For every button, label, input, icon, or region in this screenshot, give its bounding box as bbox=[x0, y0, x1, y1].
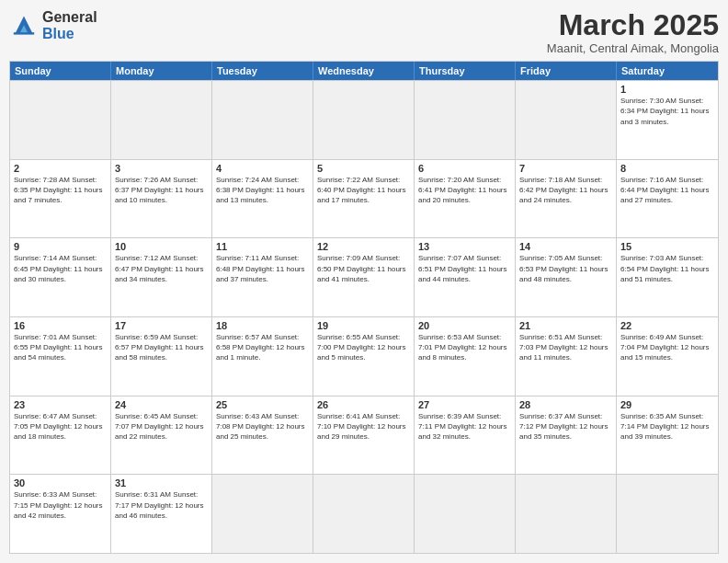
calendar-row-0: 1Sunrise: 7:30 AM Sunset: 6:34 PM Daylig… bbox=[10, 80, 718, 159]
day-number: 14 bbox=[519, 241, 612, 252]
cal-cell-r4-c1: 24Sunrise: 6:45 AM Sunset: 7:07 PM Dayli… bbox=[111, 396, 212, 475]
logo-general: General bbox=[42, 9, 97, 25]
title-area: March 2025 Maanit, Central Aimak, Mongol… bbox=[547, 9, 719, 55]
calendar-row-4: 23Sunrise: 6:47 AM Sunset: 7:05 PM Dayli… bbox=[10, 396, 718, 475]
day-info: Sunrise: 6:31 AM Sunset: 7:17 PM Dayligh… bbox=[115, 489, 208, 521]
day-number: 4 bbox=[216, 163, 309, 174]
day-info: Sunrise: 7:05 AM Sunset: 6:53 PM Dayligh… bbox=[519, 253, 612, 284]
day-number: 30 bbox=[14, 477, 107, 488]
calendar-row-3: 16Sunrise: 7:01 AM Sunset: 6:55 PM Dayli… bbox=[10, 316, 718, 396]
header-tuesday: Tuesday bbox=[212, 62, 313, 80]
cal-cell-r4-c3: 26Sunrise: 6:41 AM Sunset: 7:10 PM Dayli… bbox=[313, 396, 415, 475]
day-info: Sunrise: 7:09 AM Sunset: 6:50 PM Dayligh… bbox=[317, 253, 410, 284]
cal-cell-r1-c3: 5Sunrise: 7:22 AM Sunset: 6:40 PM Daylig… bbox=[313, 160, 415, 238]
logo-icon bbox=[9, 13, 39, 39]
day-info: Sunrise: 7:07 AM Sunset: 6:51 PM Dayligh… bbox=[418, 253, 511, 284]
day-number: 3 bbox=[115, 163, 208, 174]
cal-cell-r2-c6: 15Sunrise: 7:03 AM Sunset: 6:54 PM Dayli… bbox=[617, 238, 718, 316]
header-saturday: Saturday bbox=[617, 62, 718, 80]
day-number: 10 bbox=[115, 241, 208, 252]
day-number: 26 bbox=[317, 399, 410, 410]
day-info: Sunrise: 7:11 AM Sunset: 6:48 PM Dayligh… bbox=[216, 253, 309, 284]
cal-cell-r1-c2: 4Sunrise: 7:24 AM Sunset: 6:38 PM Daylig… bbox=[212, 160, 313, 238]
day-info: Sunrise: 6:45 AM Sunset: 7:07 PM Dayligh… bbox=[115, 411, 208, 442]
cal-cell-r0-c6: 1Sunrise: 7:30 AM Sunset: 6:34 PM Daylig… bbox=[617, 81, 718, 159]
logo-blue: Blue bbox=[42, 26, 74, 41]
day-info: Sunrise: 6:49 AM Sunset: 7:04 PM Dayligh… bbox=[620, 332, 714, 363]
day-number: 25 bbox=[216, 399, 309, 410]
day-number: 21 bbox=[519, 320, 612, 331]
cal-cell-r0-c3 bbox=[313, 81, 415, 159]
cal-cell-r0-c4 bbox=[415, 81, 516, 159]
day-number: 2 bbox=[14, 163, 107, 174]
cal-cell-r5-c5 bbox=[516, 475, 617, 553]
day-info: Sunrise: 6:39 AM Sunset: 7:11 PM Dayligh… bbox=[418, 411, 511, 442]
cal-cell-r4-c4: 27Sunrise: 6:39 AM Sunset: 7:11 PM Dayli… bbox=[415, 396, 516, 475]
cal-cell-r3-c4: 20Sunrise: 6:53 AM Sunset: 7:01 PM Dayli… bbox=[415, 317, 516, 396]
cal-cell-r5-c2 bbox=[212, 475, 313, 553]
cal-cell-r3-c0: 16Sunrise: 7:01 AM Sunset: 6:55 PM Dayli… bbox=[10, 317, 111, 396]
cal-cell-r1-c5: 7Sunrise: 7:18 AM Sunset: 6:42 PM Daylig… bbox=[516, 160, 617, 238]
header-thursday: Thursday bbox=[415, 62, 516, 80]
day-info: Sunrise: 7:16 AM Sunset: 6:44 PM Dayligh… bbox=[620, 175, 714, 206]
day-info: Sunrise: 7:03 AM Sunset: 6:54 PM Dayligh… bbox=[620, 253, 714, 284]
cal-cell-r3-c3: 19Sunrise: 6:55 AM Sunset: 7:00 PM Dayli… bbox=[313, 317, 415, 396]
logo: General Blue bbox=[9, 9, 97, 41]
cal-cell-r0-c2 bbox=[212, 81, 313, 159]
cal-cell-r1-c1: 3Sunrise: 7:26 AM Sunset: 6:37 PM Daylig… bbox=[111, 160, 212, 238]
day-number: 24 bbox=[115, 399, 208, 410]
day-info: Sunrise: 7:18 AM Sunset: 6:42 PM Dayligh… bbox=[519, 175, 612, 206]
day-number: 22 bbox=[620, 320, 714, 331]
cal-cell-r3-c5: 21Sunrise: 6:51 AM Sunset: 7:03 PM Dayli… bbox=[516, 317, 617, 396]
day-info: Sunrise: 6:43 AM Sunset: 7:08 PM Dayligh… bbox=[216, 411, 309, 442]
cal-cell-r1-c4: 6Sunrise: 7:20 AM Sunset: 6:41 PM Daylig… bbox=[415, 160, 516, 238]
cal-cell-r5-c4 bbox=[415, 475, 516, 553]
header: General Blue March 2025 Maanit, Central … bbox=[9, 9, 719, 55]
cal-cell-r0-c5 bbox=[516, 81, 617, 159]
day-info: Sunrise: 6:55 AM Sunset: 7:00 PM Dayligh… bbox=[317, 332, 410, 363]
calendar: Sunday Monday Tuesday Wednesday Thursday… bbox=[9, 61, 719, 554]
day-number: 27 bbox=[418, 399, 511, 410]
cal-cell-r3-c2: 18Sunrise: 6:57 AM Sunset: 6:58 PM Dayli… bbox=[212, 317, 313, 396]
cal-cell-r5-c0: 30Sunrise: 6:33 AM Sunset: 7:15 PM Dayli… bbox=[10, 475, 111, 553]
day-number: 18 bbox=[216, 320, 309, 331]
day-number: 20 bbox=[418, 320, 511, 331]
day-number: 8 bbox=[620, 163, 714, 174]
cal-cell-r4-c5: 28Sunrise: 6:37 AM Sunset: 7:12 PM Dayli… bbox=[516, 396, 617, 475]
cal-cell-r5-c6 bbox=[617, 475, 718, 553]
cal-cell-r2-c1: 10Sunrise: 7:12 AM Sunset: 6:47 PM Dayli… bbox=[111, 238, 212, 316]
day-number: 6 bbox=[418, 163, 511, 174]
day-info: Sunrise: 6:35 AM Sunset: 7:14 PM Dayligh… bbox=[620, 411, 714, 442]
svg-rect-2 bbox=[14, 32, 34, 34]
day-info: Sunrise: 7:22 AM Sunset: 6:40 PM Dayligh… bbox=[317, 175, 410, 206]
day-number: 17 bbox=[115, 320, 208, 331]
cal-cell-r3-c6: 22Sunrise: 6:49 AM Sunset: 7:04 PM Dayli… bbox=[617, 317, 718, 396]
cal-cell-r2-c4: 13Sunrise: 7:07 AM Sunset: 6:51 PM Dayli… bbox=[415, 238, 516, 316]
cal-cell-r1-c6: 8Sunrise: 7:16 AM Sunset: 6:44 PM Daylig… bbox=[617, 160, 718, 238]
day-number: 15 bbox=[620, 241, 714, 252]
cal-cell-r1-c0: 2Sunrise: 7:28 AM Sunset: 6:35 PM Daylig… bbox=[10, 160, 111, 238]
cal-cell-r4-c6: 29Sunrise: 6:35 AM Sunset: 7:14 PM Dayli… bbox=[617, 396, 718, 475]
day-number: 9 bbox=[14, 241, 107, 252]
day-number: 1 bbox=[620, 84, 714, 95]
cal-cell-r2-c0: 9Sunrise: 7:14 AM Sunset: 6:45 PM Daylig… bbox=[10, 238, 111, 316]
day-number: 28 bbox=[519, 399, 612, 410]
month-title: March 2025 bbox=[547, 9, 719, 41]
day-number: 23 bbox=[14, 399, 107, 410]
subtitle: Maanit, Central Aimak, Mongolia bbox=[547, 41, 719, 55]
cal-cell-r2-c3: 12Sunrise: 7:09 AM Sunset: 6:50 PM Dayli… bbox=[313, 238, 415, 316]
cal-cell-r5-c3 bbox=[313, 475, 415, 553]
day-info: Sunrise: 6:51 AM Sunset: 7:03 PM Dayligh… bbox=[519, 332, 612, 363]
header-sunday: Sunday bbox=[10, 62, 111, 80]
day-info: Sunrise: 7:12 AM Sunset: 6:47 PM Dayligh… bbox=[115, 253, 208, 284]
header-monday: Monday bbox=[111, 62, 212, 80]
day-number: 16 bbox=[14, 320, 107, 331]
logo-text: General Blue bbox=[42, 9, 97, 41]
day-info: Sunrise: 6:41 AM Sunset: 7:10 PM Dayligh… bbox=[317, 411, 410, 442]
cal-cell-r0-c0 bbox=[10, 81, 111, 159]
day-number: 13 bbox=[418, 241, 511, 252]
calendar-row-2: 9Sunrise: 7:14 AM Sunset: 6:45 PM Daylig… bbox=[10, 237, 718, 316]
header-friday: Friday bbox=[516, 62, 617, 80]
day-info: Sunrise: 6:59 AM Sunset: 6:57 PM Dayligh… bbox=[115, 332, 208, 363]
day-number: 5 bbox=[317, 163, 410, 174]
